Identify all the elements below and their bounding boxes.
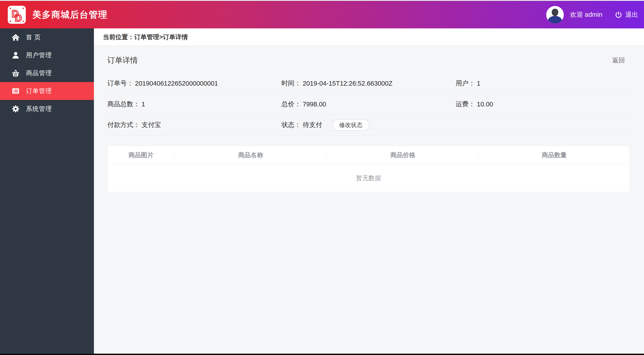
welcome-text: 欢迎 admin	[570, 10, 602, 19]
basket-icon	[12, 69, 20, 77]
page-title: 订单详情	[107, 55, 138, 66]
col-goods-price: 商品价格	[327, 146, 479, 164]
field-user: 用户： 1	[456, 79, 630, 88]
sidebar-item-label: 商品管理	[26, 69, 52, 77]
field-label: 运费：	[456, 100, 475, 109]
field-value: 7998.00	[303, 100, 326, 108]
order-list-icon	[12, 87, 20, 95]
power-icon	[615, 11, 622, 18]
detail-row-2: 商品总数： 1 总价： 7998.00 运费： 10.00	[107, 94, 630, 115]
goods-table: 商品图片 商品名称 商品价格 商品数量 暂无数据	[107, 146, 630, 192]
home-icon	[12, 33, 20, 41]
user-icon	[12, 51, 20, 59]
brand: D D 美多商城后台管理	[8, 5, 108, 24]
field-pay-method: 付款方式： 支付宝	[107, 120, 282, 130]
app-header: D D 美多商城后台管理 欢迎 admin 退出	[0, 1, 644, 28]
field-value: 10.00	[477, 100, 493, 108]
field-label: 订单号：	[107, 79, 133, 88]
field-label: 状态：	[282, 120, 301, 130]
field-label: 商品总数：	[107, 100, 140, 109]
col-goods-qty: 商品数量	[479, 146, 630, 164]
app-body: 首 页 用户管理 商品管理	[0, 28, 644, 354]
header-right: 欢迎 admin 退出	[546, 6, 638, 24]
sidebar-item-orders[interactable]: 订单管理	[0, 82, 94, 100]
avatar	[546, 6, 564, 24]
field-value: 20190406122652000000001	[135, 80, 218, 87]
sidebar-item-users[interactable]: 用户管理	[0, 46, 94, 64]
logout-button[interactable]: 退出	[615, 10, 638, 19]
detail-row-3: 付款方式： 支付宝 状态： 待支付 修改状态	[107, 115, 630, 136]
field-order-no: 订单号： 20190406122652000000001	[107, 79, 282, 88]
field-label: 用户：	[456, 79, 475, 88]
field-freight: 运费： 10.00	[456, 100, 630, 109]
logout-label: 退出	[625, 10, 638, 19]
sidebar-item-system[interactable]: 系统管理	[0, 100, 94, 118]
title-row: 订单详情 返回	[107, 46, 630, 73]
order-detail-panel: 订单详情 返回 订单号： 20190406122652000000001 时间：…	[94, 46, 644, 354]
sidebar: 首 页 用户管理 商品管理	[0, 28, 94, 354]
svg-text:D: D	[15, 12, 22, 23]
window-bottom-strip	[0, 354, 644, 355]
field-total-count: 商品总数： 1	[107, 100, 282, 109]
goods-table-empty-row: 暂无数据	[108, 164, 630, 192]
brand-logo-icon: D D	[8, 5, 26, 24]
field-status: 状态： 待支付 修改状态	[282, 119, 456, 131]
sidebar-item-label: 用户管理	[26, 51, 52, 60]
status-value: 待支付	[303, 120, 322, 130]
field-label: 时间：	[282, 79, 301, 88]
col-goods-image: 商品图片	[108, 146, 175, 164]
field-label: 付款方式：	[107, 120, 140, 130]
brand-title: 美多商城后台管理	[32, 8, 108, 21]
sidebar-item-home[interactable]: 首 页	[0, 28, 94, 46]
empty-data-text: 暂无数据	[108, 164, 630, 192]
field-value: 2019-04-15T12:26:52.663000Z	[303, 80, 392, 87]
screen: D D 美多商城后台管理 欢迎 admin 退出	[0, 0, 644, 355]
sidebar-item-label: 系统管理	[26, 104, 52, 113]
field-total-price: 总价： 7998.00	[282, 100, 456, 109]
goods-table-header-row: 商品图片 商品名称 商品价格 商品数量	[108, 146, 630, 164]
field-label: 总价：	[282, 100, 301, 109]
field-value: 1	[142, 100, 145, 108]
breadcrumb-bar: 当前位置：订单管理>订单详情	[94, 28, 644, 46]
col-goods-name: 商品名称	[175, 146, 327, 164]
field-value: 1	[477, 80, 480, 87]
main-area: 当前位置：订单管理>订单详情 订单详情 返回 订单号： 201904061226…	[94, 28, 644, 354]
back-link[interactable]: 返回	[612, 56, 625, 64]
modify-status-button[interactable]: 修改状态	[332, 119, 370, 131]
breadcrumb: 当前位置：订单管理>订单详情	[103, 33, 188, 41]
sidebar-item-goods[interactable]: 商品管理	[0, 64, 94, 82]
sidebar-item-label: 订单管理	[26, 87, 52, 95]
field-time: 时间： 2019-04-15T12:26:52.663000Z	[282, 79, 456, 88]
field-value: 支付宝	[142, 120, 161, 130]
sidebar-item-label: 首 页	[26, 33, 41, 42]
gear-icon	[12, 105, 20, 113]
detail-row-1: 订单号： 20190406122652000000001 时间： 2019-04…	[107, 73, 630, 94]
